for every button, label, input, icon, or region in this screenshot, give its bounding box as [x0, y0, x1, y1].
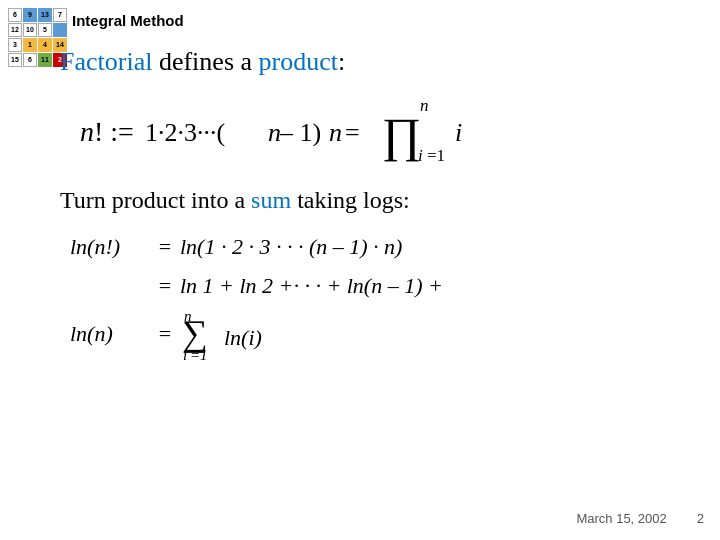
defines-text: defines a [152, 47, 258, 76]
equation-row-1: ln(n!) = ln(1 · 2 · 3 · · · (n – 1) · n) [70, 228, 690, 265]
svg-text:1·2·3···(: 1·2·3···( [145, 118, 225, 147]
equation-row-3: ln(n) = n ∑ i =1 ln(i) [70, 307, 690, 362]
grid-cell: 3 [8, 38, 22, 52]
grid-cell: 15 [8, 53, 22, 67]
grid-cell: 10 [23, 23, 37, 37]
footer: March 15, 2002 2 [576, 511, 704, 526]
svg-text:=: = [345, 118, 360, 147]
main-content: Factorial defines a product: n ! := 1·2·… [60, 45, 690, 364]
grid-cell: 6 [23, 53, 37, 67]
page-title: Integral Method [72, 12, 184, 29]
eq2-equals: = [150, 267, 180, 304]
eq3-rhs: n ∑ i =1 ln(i) [180, 307, 280, 362]
grid-icon: 6 9 13 7 12 10 5 3 1 4 14 15 6 11 2 [8, 8, 67, 67]
product-word: product [259, 47, 338, 76]
eq3-equals: = [150, 315, 180, 352]
svg-text:=1: =1 [190, 347, 208, 362]
eq1-label: ln(n!) [70, 228, 150, 265]
grid-cell: 7 [53, 8, 67, 22]
svg-text:=1: =1 [427, 146, 445, 165]
eq2-rhs: ln 1 + ln 2 +· · · + ln(n – 1) + [180, 267, 443, 304]
svg-text:i: i [455, 118, 462, 147]
sum-word: sum [251, 187, 291, 213]
footer-page-num: 2 [697, 511, 704, 526]
grid-cell: 11 [38, 53, 52, 67]
turn-text: Turn product into a [60, 187, 251, 213]
equation-row-2: = ln 1 + ln 2 +· · · + ln(n – 1) + [70, 267, 690, 304]
turn-product-line: Turn product into a sum taking logs: [60, 187, 690, 214]
grid-cell: 13 [38, 8, 52, 22]
factorial-word: Factorial [60, 47, 152, 76]
eq1-equals: = [150, 228, 180, 265]
colon: : [338, 47, 345, 76]
svg-text:! :=: ! := [94, 116, 134, 147]
svg-text:i: i [418, 146, 423, 165]
grid-cell: 9 [23, 8, 37, 22]
grid-cell [53, 23, 67, 37]
grid-cell: 5 [38, 23, 52, 37]
formula-display: n ! := 1·2·3···( n – 1) n = ∏ n i =1 i [60, 89, 690, 169]
svg-text:– 1): – 1) [279, 118, 321, 147]
formula-svg: n ! := 1·2·3···( n – 1) n = ∏ n i =1 i [70, 89, 650, 169]
sum-formula: n ∑ i =1 ln(i) [180, 307, 280, 362]
grid-cell: 1 [23, 38, 37, 52]
eq1-rhs: ln(1 · 2 · 3 · · · (n – 1) · n) [180, 228, 402, 265]
svg-text:i: i [183, 347, 187, 362]
grid-cell: 12 [8, 23, 22, 37]
eq3-label: ln(n) [70, 315, 150, 352]
grid-cell: 6 [8, 8, 22, 22]
svg-text:ln(i): ln(i) [224, 325, 262, 350]
svg-text:n: n [329, 118, 342, 147]
svg-text:∏: ∏ [382, 108, 422, 162]
factorial-heading: Factorial defines a product: [60, 45, 690, 79]
equations-block: ln(n!) = ln(1 · 2 · 3 · · · (n – 1) · n)… [60, 228, 690, 362]
svg-text:n: n [420, 96, 429, 115]
grid-cell: 4 [38, 38, 52, 52]
footer-date: March 15, 2002 [576, 511, 666, 526]
svg-text:n: n [80, 116, 94, 147]
taking-logs-text: taking logs: [291, 187, 410, 213]
